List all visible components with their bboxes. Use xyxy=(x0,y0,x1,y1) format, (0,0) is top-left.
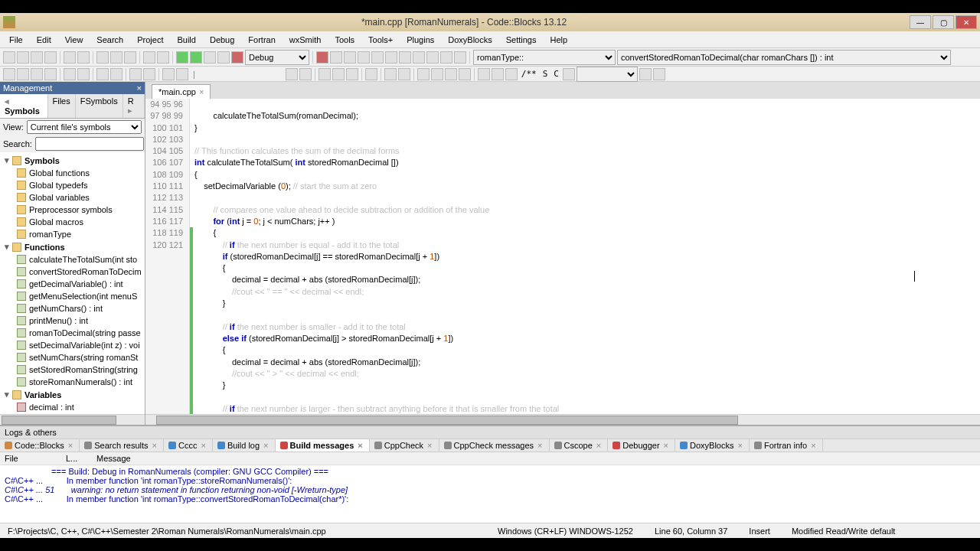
tool2-icon[interactable] xyxy=(478,68,490,80)
debug-break-icon[interactable] xyxy=(413,51,425,64)
log-line[interactable]: === Build: Debug in RomanNumerals (compi… xyxy=(5,467,975,476)
step-out-icon[interactable] xyxy=(371,51,384,64)
log-tab-close-icon[interactable]: × xyxy=(199,441,207,450)
tree-item[interactable]: convertStoredRomanToDecim xyxy=(2,266,143,278)
menu-search[interactable]: Search xyxy=(90,34,129,46)
tree-item[interactable]: Preprocessor symbols xyxy=(2,204,143,216)
tool2-icon[interactable] xyxy=(459,68,471,80)
tree-item[interactable]: printMenu() : int xyxy=(2,315,143,327)
menu-doxyblocks[interactable]: DoxyBlocks xyxy=(442,34,498,46)
log-tab-close-icon[interactable]: × xyxy=(662,441,670,450)
build-config-select[interactable]: Debug xyxy=(245,50,309,65)
tool2-icon[interactable] xyxy=(31,68,43,80)
debug-stop-icon[interactable] xyxy=(426,51,439,64)
tool2-icon[interactable] xyxy=(110,68,122,80)
tool2-icon[interactable] xyxy=(653,68,665,80)
abort-icon[interactable] xyxy=(231,51,243,64)
function-select[interactable]: convertStoredRomanToDecimal(char romanCh… xyxy=(617,50,951,65)
tool2-icon[interactable] xyxy=(563,68,575,80)
log-tab-cccc[interactable]: Cccc× xyxy=(164,439,213,452)
log-tab-doxyblocks[interactable]: DoxyBlocks× xyxy=(675,439,750,452)
log-tab-close-icon[interactable]: × xyxy=(67,441,74,450)
cut-icon[interactable] xyxy=(96,51,109,64)
log-tab-cppcheck-messages[interactable]: CppCheck messages× xyxy=(439,439,550,452)
tree-header[interactable]: ▾Functions xyxy=(2,240,143,253)
menu-tools+[interactable]: Tools+ xyxy=(362,34,399,46)
menu-fortran[interactable]: Fortran xyxy=(242,34,281,46)
tool2-icon[interactable] xyxy=(398,68,410,80)
tool2-icon[interactable] xyxy=(384,68,397,80)
log-tab-fortran-info[interactable]: Fortran info× xyxy=(750,439,823,452)
tool2-icon[interactable] xyxy=(3,68,15,80)
save-all-icon[interactable] xyxy=(44,51,57,64)
symbol-search-input[interactable] xyxy=(35,137,144,151)
tool2-icon[interactable] xyxy=(417,68,430,80)
mgmt-hscroll[interactable] xyxy=(0,414,145,425)
log-tab-close-icon[interactable]: × xyxy=(536,441,544,450)
tree-header[interactable]: ▾Symbols xyxy=(2,154,143,167)
nav-back-icon[interactable] xyxy=(129,68,142,80)
log-tab-cppcheck[interactable]: CppCheck× xyxy=(370,439,439,452)
tool2-icon[interactable] xyxy=(286,68,298,80)
tool2-icon[interactable] xyxy=(431,68,443,80)
log-tab-debugger[interactable]: Debugger× xyxy=(608,439,675,452)
tree-item[interactable]: Global functions xyxy=(2,167,143,179)
tree-item[interactable]: getNumChars() : int xyxy=(2,302,143,315)
tool2-icon[interactable] xyxy=(318,68,331,80)
rebuild-icon[interactable] xyxy=(217,51,230,64)
tool2-icon[interactable] xyxy=(64,68,76,80)
menu-build[interactable]: Build xyxy=(171,34,201,46)
tree-item[interactable]: setStoredRomanString(string xyxy=(2,364,143,376)
tree-item[interactable]: romanToDecimal(string passe xyxy=(2,327,143,339)
tree-item[interactable]: Global variables xyxy=(2,191,143,204)
debug-window-icon[interactable] xyxy=(440,51,452,64)
step-over-icon[interactable] xyxy=(344,51,356,64)
new-file-icon[interactable] xyxy=(3,51,15,64)
log-tab-close-icon[interactable]: × xyxy=(595,441,603,450)
redo-icon[interactable] xyxy=(77,51,90,64)
log-tab-close-icon[interactable]: × xyxy=(262,441,270,450)
mgmt-tab-files[interactable]: Files xyxy=(48,94,76,118)
undo-icon[interactable] xyxy=(64,51,76,64)
log-tab-close-icon[interactable]: × xyxy=(356,441,364,450)
editor-hscroll[interactable] xyxy=(145,414,980,425)
log-tab-close-icon[interactable]: × xyxy=(809,441,817,450)
code-editor[interactable]: 94 95 96 97 98 99 100 101 102 103 104 10… xyxy=(145,99,980,414)
build-run-icon[interactable] xyxy=(204,51,216,64)
nav-fwd-icon[interactable] xyxy=(143,68,155,80)
tool2-icon[interactable] xyxy=(346,68,358,80)
log-tab-cscope[interactable]: Cscope× xyxy=(550,439,609,452)
tool2-icon[interactable] xyxy=(492,68,504,80)
debug-continue-icon[interactable] xyxy=(330,51,342,64)
log-tab-close-icon[interactable]: × xyxy=(426,441,433,450)
tab-close-icon[interactable]: × xyxy=(199,87,204,96)
open-file-icon[interactable] xyxy=(17,51,29,64)
tool2-icon[interactable] xyxy=(96,68,109,80)
tool2-icon[interactable] xyxy=(77,68,90,80)
log-tab-code--blocks[interactable]: Code::Blocks× xyxy=(0,439,80,452)
log-tab-build-messages[interactable]: Build messages× xyxy=(276,439,370,452)
log-tab-close-icon[interactable]: × xyxy=(737,441,744,450)
debug-info-icon[interactable] xyxy=(454,51,466,64)
tree-item[interactable]: getMenuSelection(int menuS xyxy=(2,290,143,302)
tool2-icon[interactable] xyxy=(299,68,312,80)
debug-cursor-icon[interactable] xyxy=(399,51,411,64)
tree-header[interactable]: ▾Variables xyxy=(2,388,143,401)
tree-item[interactable]: setNumChars(string romanSt xyxy=(2,351,143,364)
tree-item[interactable]: getDecimalVariable() : int xyxy=(2,278,143,290)
menu-wxsmith[interactable]: wxSmith xyxy=(283,34,328,46)
editor-tab-main[interactable]: *main.cpp × xyxy=(152,84,211,99)
tool2-icon[interactable] xyxy=(176,68,188,80)
aux-select[interactable] xyxy=(577,67,638,82)
log-line[interactable]: C#\C++ ... In member function 'int roman… xyxy=(5,494,975,504)
menu-plugins[interactable]: Plugins xyxy=(400,34,440,46)
tool2-icon[interactable] xyxy=(365,68,377,80)
menu-settings[interactable]: Settings xyxy=(500,34,543,46)
debug-next-icon[interactable] xyxy=(385,51,397,64)
save-icon[interactable] xyxy=(31,51,43,64)
step-into-icon[interactable] xyxy=(358,51,370,64)
maximize-button[interactable]: ▢ xyxy=(933,15,954,29)
menu-tools[interactable]: Tools xyxy=(328,34,361,46)
code-content[interactable]: calculateTheTotalSum(romanDecimal); } //… xyxy=(190,99,980,414)
tree-item[interactable]: decimal : int xyxy=(2,401,143,413)
